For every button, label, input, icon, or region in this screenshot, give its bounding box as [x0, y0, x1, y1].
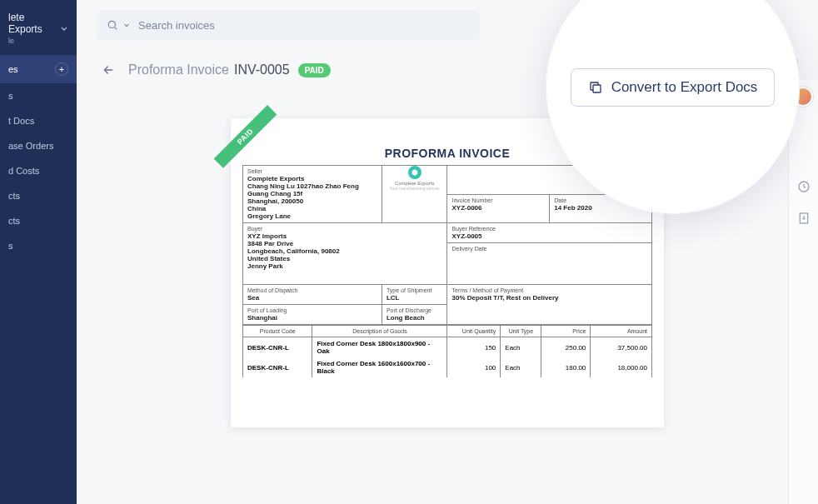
cell-code: DESK-CNR-L [243, 357, 312, 377]
company-logo: ⬢ Complete Exports Your manufacturing pa… [382, 166, 447, 191]
terms-label: Terms / Method of Payment [451, 287, 647, 293]
buyer-block: XYZ Imports3848 Par DriveLongbeach, Cali… [247, 232, 442, 270]
col-amount: Amount [591, 326, 652, 337]
sidebar-item-label: ase Orders [8, 141, 53, 151]
invnum-value: XYZ-0006 [451, 204, 545, 212]
chevron-down-icon [123, 22, 130, 28]
sidebar-item-label: es [8, 64, 18, 74]
search-icon [107, 19, 118, 31]
back-button[interactable] [97, 58, 120, 82]
dispatch-label: Method of Dispatch [247, 287, 377, 293]
download-icon[interactable] [797, 212, 811, 225]
search-placeholder: Search invoices [138, 19, 215, 32]
col-qty: Unit Quantity [447, 326, 501, 337]
logo-icon: ⬢ [408, 166, 421, 179]
cell-amount: 37,500.00 [591, 337, 652, 358]
convert-label: Convert to Export Docs [611, 79, 758, 96]
cell-code: DESK-CNR-L [243, 337, 312, 358]
sidebar-item[interactable]: es+ [0, 55, 77, 83]
invnum-label: Invoice Number [451, 197, 545, 203]
svg-point-0 [108, 21, 115, 27]
cell-price: 250.00 [541, 337, 591, 358]
sidebar-item[interactable]: s [0, 233, 77, 258]
cell-desc: Fixed Corner Desk 1800x1800x900 - Oak [312, 337, 447, 358]
pol-value: Shanghai [247, 314, 377, 322]
sidebar-item[interactable]: ase Orders [0, 133, 77, 158]
sidebar-nav: es+st Docsase Ordersd Costsctsctss [0, 55, 77, 258]
buyer-label: Buyer [247, 226, 442, 232]
shiptype-value: LCL [387, 294, 443, 302]
col-price: Price [541, 326, 591, 337]
page-title-id: INV-0005 [234, 62, 290, 77]
org-switcher[interactable]: lete Exports le [0, 0, 77, 55]
sidebar-item-label: cts [8, 191, 20, 201]
org-sub: le [8, 37, 60, 45]
arrow-left-icon [102, 63, 115, 77]
sidebar-item[interactable]: d Costs [0, 158, 77, 183]
sidebar-item-label: d Costs [8, 166, 39, 176]
col-type: Unit Type [501, 326, 541, 337]
sidebar-item[interactable]: s [0, 83, 77, 108]
cell-price: 180.00 [541, 357, 591, 377]
terms-value: 30% Deposit T/T, Rest on Delivery [451, 294, 647, 302]
sidebar-item-label: t Docs [8, 116, 34, 126]
seller-block: Complete ExportsChang Ning Lu 1027hao Zh… [247, 175, 377, 220]
col-desc: Description of Goods [312, 326, 447, 337]
sidebar-item[interactable]: cts [0, 208, 77, 233]
dispatch-value: Sea [247, 294, 377, 302]
svg-rect-4 [593, 85, 601, 92]
sidebar: lete Exports le es+st Docsase Ordersd Co… [0, 0, 77, 504]
search-input[interactable]: Search invoices [97, 10, 480, 40]
sidebar-item-label: s [8, 241, 13, 251]
status-badge: PAID [298, 63, 331, 77]
pol-label: Port of Loading [247, 307, 377, 313]
plus-icon[interactable]: + [55, 62, 68, 76]
sidebar-item[interactable]: cts [0, 183, 77, 208]
cell-qty: 150 [447, 337, 501, 358]
cell-type: Each [501, 357, 541, 377]
sidebar-item-label: cts [8, 216, 20, 226]
copy-icon [588, 80, 603, 95]
table-row: DESK-CNR-LFixed Corner Desk 1800x1800x90… [243, 337, 652, 358]
line-items-table: Product Code Description of Goods Unit Q… [242, 325, 652, 377]
table-row: DESK-CNR-LFixed Corner Desk 1600x1600x70… [243, 357, 652, 377]
chevron-down-icon [60, 24, 68, 32]
delivery-label: Delivery Date [451, 246, 647, 252]
cell-type: Each [501, 337, 541, 358]
pod-value: Long Beach [387, 314, 443, 322]
doc-header-grid: Seller Complete ExportsChang Ning Lu 102… [242, 165, 652, 325]
buyerref-value: XYZ-0005 [451, 232, 647, 240]
buyerref-label: Buyer Reference [451, 226, 647, 232]
history-icon[interactable] [797, 180, 811, 193]
cell-amount: 18,000.00 [591, 357, 652, 377]
right-rail [788, 80, 818, 504]
pod-label: Port of Discharge [387, 307, 443, 313]
cell-desc: Fixed Corner Desk 1600x1600x700 - Black [312, 357, 447, 377]
sidebar-item[interactable]: t Docs [0, 108, 77, 133]
logo-tagline: Your manufacturing partner [390, 186, 440, 191]
sidebar-item-label: s [8, 91, 13, 101]
col-code: Product Code [243, 326, 312, 337]
seller-label: Seller [247, 168, 377, 174]
page-title-prefix: Proforma Invoice [128, 62, 229, 77]
cell-qty: 100 [447, 357, 501, 377]
convert-export-docs-button[interactable]: Convert to Export Docs [571, 68, 776, 107]
shiptype-label: Type of Shipment [387, 287, 443, 293]
org-name: lete Exports [8, 12, 60, 35]
